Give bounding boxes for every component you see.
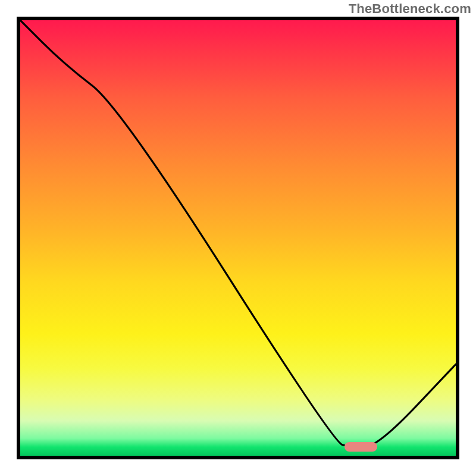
curve-path: [20, 20, 456, 447]
plot-area: [17, 17, 459, 459]
chart-container: TheBottleneck.com: [0, 0, 476, 476]
target-range-marker: [345, 442, 377, 452]
bottleneck-curve: [20, 20, 456, 456]
watermark-text: TheBottleneck.com: [349, 1, 471, 17]
